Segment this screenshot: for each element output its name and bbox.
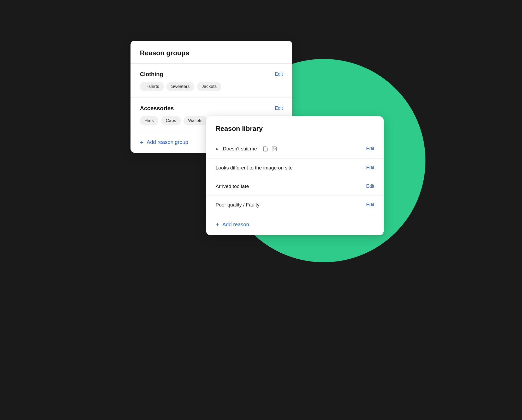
scene: Reason groups Clothing Edit T-shirts Swe… xyxy=(117,28,405,393)
image-icon xyxy=(271,145,278,152)
tag-sweaters[interactable]: Sweaters xyxy=(167,82,194,91)
tag-tshirts[interactable]: T-shirts xyxy=(140,82,164,91)
reason-library-title: Reason library xyxy=(216,125,263,132)
accessories-group-name: Accessories xyxy=(140,105,174,112)
clothing-tags-row: T-shirts Sweaters Jackets xyxy=(140,82,283,91)
reason-row-looks-different: Looks different to the image on site Edi… xyxy=(206,159,384,177)
svg-point-4 xyxy=(273,148,274,148)
reason-left-doesnt-suit: ► Doesn't suit me xyxy=(216,145,278,152)
doc-icon xyxy=(262,145,269,152)
add-reason-row[interactable]: + Add reason xyxy=(206,214,384,235)
tag-wallets[interactable]: Wallets xyxy=(183,116,207,125)
card-header: Reason groups xyxy=(130,41,292,63)
doesnt-suit-edit-button[interactable]: Edit xyxy=(366,146,374,151)
clothing-group-header: Clothing Edit xyxy=(140,71,283,78)
reason-left-poor-quality: Poor quality / Faulty xyxy=(216,202,259,208)
reason-icons-doesnt-suit xyxy=(262,145,278,152)
clothing-group-name: Clothing xyxy=(140,71,163,78)
library-header: Reason library xyxy=(206,116,384,139)
arrived-late-edit-button[interactable]: Edit xyxy=(366,184,374,189)
reason-name-arrived-late: Arrived too late xyxy=(216,184,249,189)
reason-name-looks-different: Looks different to the image on site xyxy=(216,165,293,171)
reason-row-arrived-late: Arrived too late Edit xyxy=(206,177,384,196)
tag-hats[interactable]: Hats xyxy=(140,116,158,125)
poor-quality-edit-button[interactable]: Edit xyxy=(366,202,374,208)
tag-caps[interactable]: Caps xyxy=(161,116,181,125)
looks-different-edit-button[interactable]: Edit xyxy=(366,165,374,171)
clothing-group-section: Clothing Edit T-shirts Sweaters Jackets xyxy=(130,64,292,98)
reason-row-doesnt-suit: ► Doesn't suit me xyxy=(206,139,384,159)
reason-name-poor-quality: Poor quality / Faulty xyxy=(216,202,259,208)
accessories-edit-button[interactable]: Edit xyxy=(275,106,283,111)
reason-row-poor-quality: Poor quality / Faulty Edit xyxy=(206,196,384,214)
reason-library-card: Reason library ► Doesn't suit me xyxy=(206,116,384,235)
accessories-group-header: Accessories Edit xyxy=(140,105,283,112)
reason-groups-title: Reason groups xyxy=(140,49,189,57)
reason-left-looks-different: Looks different to the image on site xyxy=(216,165,293,171)
reason-name-doesnt-suit: Doesn't suit me xyxy=(223,146,257,152)
clothing-edit-button[interactable]: Edit xyxy=(275,71,283,77)
chevron-right-icon: ► xyxy=(216,147,219,151)
add-reason-group-label: Add reason group xyxy=(147,139,188,145)
reason-left-arrived-late: Arrived too late xyxy=(216,184,249,189)
plus-icon: + xyxy=(140,139,144,145)
add-reason-plus-icon: + xyxy=(216,222,219,228)
add-reason-label: Add reason xyxy=(222,222,249,228)
tag-jackets[interactable]: Jackets xyxy=(197,82,222,91)
